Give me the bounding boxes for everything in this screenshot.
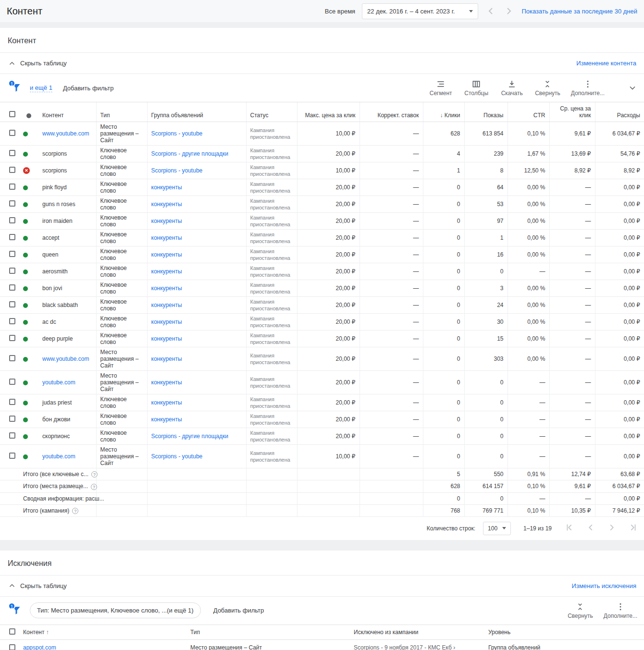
ad-group-link[interactable]: конкуренты (151, 335, 182, 342)
content-cell[interactable]: judas priest (42, 399, 72, 406)
content-cell[interactable]: youtube.com (42, 453, 75, 460)
content-cell[interactable]: guns n roses (42, 201, 75, 208)
col-header-cost[interactable]: Расходы (595, 102, 644, 122)
row-checkbox[interactable] (9, 416, 15, 422)
columns-button[interactable]: Столбцы (464, 79, 489, 97)
col-header-type[interactable]: Тип (186, 625, 350, 639)
ad-group-link[interactable]: Scorpions - youtube (151, 167, 203, 174)
content-table-row[interactable]: aerosmith Ключевое слово конкуренты Камп… (0, 263, 644, 280)
excluded-content-cell[interactable]: appspot.com (23, 644, 56, 650)
status-dot[interactable] (23, 219, 28, 224)
content-cell[interactable]: iron maiden (42, 218, 73, 224)
content-cell[interactable]: scorpions (42, 150, 67, 157)
status-dot[interactable] (23, 152, 28, 157)
content-table-row[interactable]: guns n roses Ключевое слово конкуренты К… (0, 196, 644, 213)
content-table-row[interactable]: pink floyd Ключевое слово конкуренты Кам… (0, 179, 644, 196)
status-dot[interactable] (23, 337, 28, 342)
content-table-row[interactable]: www.youtube.com Место размещения – Сайт … (0, 122, 644, 146)
col-header-bid-adj[interactable]: Коррект. ставок (359, 102, 423, 122)
content-cell[interactable]: pink floyd (42, 184, 67, 191)
col-header-content[interactable]: Контент ↑ (19, 625, 186, 639)
date-prev-button[interactable] (485, 5, 496, 17)
ad-group-link[interactable]: конкуренты (151, 416, 182, 423)
content-cell[interactable]: бон джови (42, 416, 70, 423)
col-header-type[interactable]: Тип (96, 102, 147, 122)
status-dot[interactable] (23, 434, 28, 439)
ad-group-link[interactable]: конкуренты (151, 302, 182, 308)
content-table-row[interactable]: accept Ключевое слово конкуренты Кампани… (0, 230, 644, 246)
row-checkbox[interactable] (9, 200, 15, 207)
status-dot[interactable] (23, 185, 28, 190)
col-header-max-cpc[interactable]: Макс. цена за клик (297, 102, 359, 122)
filter-icon[interactable]: 1 (11, 604, 23, 617)
status-dot[interactable] (23, 303, 28, 308)
content-cell[interactable]: scorpions (42, 167, 67, 174)
content-table-row[interactable]: queen Ключевое слово конкуренты Кампания… (0, 246, 644, 263)
content-table-row[interactable]: iron maiden Ключевое слово конкуренты Ка… (0, 213, 644, 230)
col-header-level[interactable]: Уровень (484, 625, 644, 639)
col-header-ctr[interactable]: CTR (508, 102, 549, 122)
status-dot[interactable] (23, 417, 28, 422)
type-filter-chip[interactable]: Тип: Место размещения, Ключевое слово, .… (30, 602, 201, 618)
content-table-row[interactable]: ✕ scorpions Ключевое слово Scorpions - y… (0, 162, 644, 179)
edit-exclusions-link[interactable]: Изменить исключения (572, 582, 636, 589)
content-cell[interactable]: www.youtube.com (42, 130, 89, 137)
content-cell[interactable]: bon jovi (42, 285, 62, 292)
rows-per-page-select[interactable]: 100 (483, 522, 511, 535)
more-options-button[interactable]: Дополните... (604, 602, 637, 619)
edit-content-link[interactable]: Изменение контента (576, 60, 636, 67)
content-cell[interactable]: accept (42, 234, 59, 241)
content-table-row[interactable]: judas priest Ключевое слово конкуренты К… (0, 394, 644, 411)
content-cell[interactable]: www.youtube.com (42, 356, 89, 362)
content-table-row[interactable]: black sabbath Ключевое слово конкуренты … (0, 297, 644, 314)
next-page-button[interactable] (607, 522, 617, 534)
col-header-avg-cpc[interactable]: Ср. цена за клик (549, 102, 595, 122)
status-dot[interactable] (23, 401, 28, 405)
segment-button[interactable]: Сегмент (428, 79, 453, 97)
row-checkbox[interactable] (9, 217, 15, 223)
row-checkbox[interactable] (9, 399, 15, 405)
col-header-clicks[interactable]: ↓ Клики (423, 102, 464, 122)
content-table-row[interactable]: bon jovi Ключевое слово конкуренты Кампа… (0, 280, 644, 297)
date-next-button[interactable] (503, 5, 515, 17)
content-cell[interactable]: black sabbath (42, 302, 78, 308)
content-cell[interactable]: ac dc (42, 319, 56, 325)
row-checkbox[interactable] (9, 251, 15, 257)
select-all-checkbox[interactable] (9, 628, 15, 635)
col-header-group[interactable]: Группа объявлений (147, 102, 246, 122)
status-dot[interactable] (23, 253, 28, 258)
content-cell[interactable]: queen (42, 251, 58, 258)
content-table-row[interactable]: scorpions Ключевое слово Scorpions - дру… (0, 146, 644, 162)
row-checkbox[interactable] (9, 167, 15, 173)
more-filters-link[interactable]: и ещё 1 (30, 84, 52, 92)
status-dot[interactable] (23, 202, 28, 207)
row-checkbox[interactable] (9, 335, 15, 341)
download-button[interactable]: Скачать (499, 79, 524, 97)
ad-group-link[interactable]: Scorpions - другие площадки (151, 433, 228, 440)
ad-group-link[interactable]: конкуренты (151, 319, 182, 325)
exclusion-row[interactable]: appspot.com Место размещения – Сайт Scor… (0, 639, 644, 650)
ad-group-link[interactable]: Scorpions - youtube (151, 453, 203, 460)
status-dot[interactable] (23, 236, 28, 241)
status-dot[interactable] (23, 286, 28, 291)
content-table-row[interactable]: ac dc Ключевое слово конкуренты Кампания… (0, 314, 644, 331)
row-checkbox[interactable] (9, 130, 15, 136)
content-cell[interactable]: deep purple (42, 335, 73, 342)
add-filter-button[interactable]: Добавить фильтр (63, 85, 114, 92)
row-checkbox[interactable] (9, 234, 15, 240)
ad-group-link[interactable]: конкуренты (151, 218, 182, 224)
expand-panel-button[interactable] (628, 83, 637, 93)
status-dot[interactable]: ✕ (23, 167, 30, 174)
status-dot[interactable] (23, 454, 28, 459)
row-checkbox[interactable] (9, 268, 15, 274)
help-icon[interactable]: ? (91, 471, 98, 478)
row-checkbox[interactable] (9, 284, 15, 291)
add-filter-button[interactable]: Добавить фильтр (213, 607, 264, 614)
help-icon[interactable]: ? (91, 484, 97, 490)
select-all-checkbox[interactable] (9, 111, 15, 117)
ad-group-link[interactable]: конкуренты (151, 379, 182, 386)
content-cell[interactable]: aerosmith (42, 268, 68, 275)
row-checkbox[interactable] (9, 644, 15, 650)
help-icon[interactable]: ? (72, 508, 78, 514)
collapse-button[interactable]: Свернуть (568, 602, 593, 619)
